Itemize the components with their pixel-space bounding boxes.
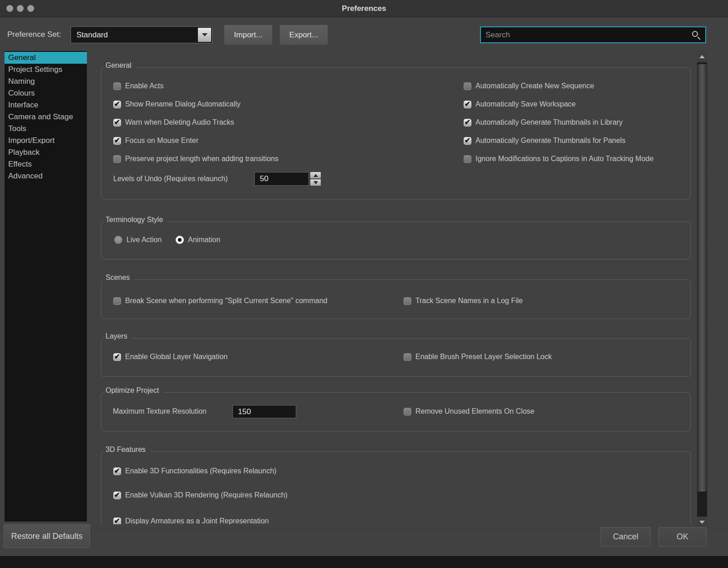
undo-label-row: Levels of Undo (Requires relaunch) <box>113 174 228 183</box>
checkbox-row: Automatically Generate Thumbnails for Pa… <box>464 136 626 145</box>
triangle-up-icon <box>699 55 705 58</box>
checkbox-label: Enable Vulkan 3D Rendering (Requires Rel… <box>125 491 288 499</box>
checkbox-label: Remove Unused Elements On Close <box>415 407 534 416</box>
checkbox[interactable] <box>113 467 121 475</box>
sidebar-item-tools[interactable]: Tools <box>5 123 87 135</box>
checkbox-label: Focus on Mouse Enter <box>125 137 198 145</box>
checkbox-label: Warn when Deleting Audio Tracks <box>125 118 234 127</box>
sidebar-item-naming[interactable]: Naming <box>5 76 87 87</box>
triangle-down-icon <box>313 181 318 184</box>
window-bottom-edge <box>0 556 728 568</box>
group-title: Terminology Style <box>104 215 167 224</box>
checkbox[interactable] <box>113 119 121 127</box>
checkbox[interactable] <box>404 408 411 416</box>
checkbox-row: Automatically Create New Sequence <box>464 81 594 91</box>
checkbox[interactable] <box>464 119 471 127</box>
sidebar-item-advanced[interactable]: Advanced <box>5 170 87 182</box>
undo-levels-spinner <box>254 172 321 186</box>
checkbox[interactable] <box>113 297 121 305</box>
checkbox[interactable] <box>464 155 471 163</box>
checkbox-label: Track Scene Names in a Log File <box>415 297 523 305</box>
sidebar-item-interface[interactable]: Interface <box>5 99 87 111</box>
titlebar: Preferences <box>0 0 728 17</box>
checkbox[interactable] <box>464 101 471 108</box>
checkbox-row: Enable Global Layer Navigation <box>113 352 228 361</box>
checkbox-row: Preserve project length when adding tran… <box>113 154 278 163</box>
checkbox-row: Automatically Save Workspace <box>464 100 576 109</box>
spinner-down-button[interactable] <box>310 179 321 186</box>
checkbox-label: Automatically Generate Thumbnails for Pa… <box>475 137 626 145</box>
radio-label: Live Action <box>126 236 162 244</box>
dropdown-button[interactable] <box>198 28 211 42</box>
checkbox[interactable] <box>113 492 121 499</box>
checkbox[interactable] <box>113 353 121 361</box>
export-button[interactable]: Export... <box>279 25 328 45</box>
vertical-scrollbar[interactable] <box>697 51 707 528</box>
checkbox-label: Display Armatures as a Joint Representat… <box>125 517 269 524</box>
sidebar-item-playback[interactable]: Playback <box>5 147 87 158</box>
ok-button[interactable]: OK <box>658 527 707 547</box>
texture-resolution-input[interactable] <box>233 405 296 418</box>
checkbox[interactable] <box>404 353 411 361</box>
sidebar-item-effects[interactable]: Effects <box>5 158 87 170</box>
checkbox[interactable] <box>113 101 121 108</box>
group-optimize-project: Optimize Project Maximum Texture Resolut… <box>101 392 691 431</box>
radio-row: Animation <box>176 235 220 244</box>
checkbox-label: Enable Acts <box>125 82 164 90</box>
search-input[interactable] <box>481 27 705 42</box>
checkbox-row: Enable Acts <box>113 81 164 91</box>
checkbox-row: Enable Brush Preset Layer Selection Lock <box>404 352 552 361</box>
sidebar-item-general[interactable]: General <box>5 52 87 64</box>
checkbox[interactable] <box>464 82 471 90</box>
triangle-up-icon <box>313 174 318 177</box>
spinner-up-button[interactable] <box>310 172 321 178</box>
sidebar-item-import-export[interactable]: Import/Export <box>5 135 87 147</box>
checkbox-label: Show Rename Dialog Automatically <box>125 100 240 108</box>
restore-defaults-button[interactable]: Restore all Defaults <box>4 524 90 548</box>
radio-animation[interactable] <box>176 236 184 244</box>
preference-set-dropdown[interactable]: Standard <box>71 26 212 43</box>
group-title: Scenes <box>104 273 134 282</box>
radio-live-action[interactable] <box>114 236 122 244</box>
chevron-down-icon <box>202 33 207 36</box>
group-title: 3D Features <box>104 445 150 454</box>
checkbox-label: Automatically Create New Sequence <box>475 82 594 90</box>
checkbox-row: Show Rename Dialog Automatically <box>113 100 240 109</box>
scrollbar-thumb[interactable] <box>698 64 707 492</box>
checkbox-row: Automatically Generate Thumbnails in Lib… <box>464 118 622 127</box>
scroll-down-button[interactable] <box>697 517 707 528</box>
group-layers: Layers Enable Global Layer Navigation En… <box>101 338 691 377</box>
scroll-up-button[interactable] <box>697 51 707 62</box>
sidebar-item-camera-and-stage[interactable]: Camera and Stage <box>5 111 87 123</box>
checkbox[interactable] <box>113 82 121 90</box>
group-title: Layers <box>104 332 132 340</box>
group-scenes: Scenes Break Scene when performing "Spli… <box>101 279 691 319</box>
checkbox[interactable] <box>113 137 121 145</box>
checkbox-row: Break Scene when performing "Split Curre… <box>113 296 327 305</box>
settings-panel: General Enable Acts Show Rename Dialog A… <box>91 51 697 524</box>
search-box <box>480 26 706 43</box>
sidebar-item-project-settings[interactable]: Project Settings <box>5 64 87 76</box>
preferences-window: Preferences Preference Set: Standard Imp… <box>0 0 728 568</box>
checkbox[interactable] <box>464 137 471 145</box>
import-button[interactable]: Import... <box>224 25 273 45</box>
checkbox-label: Automatically Save Workspace <box>475 100 576 108</box>
undo-levels-input[interactable] <box>254 172 309 186</box>
checkbox-row: Remove Unused Elements On Close <box>404 407 534 416</box>
checkbox-label: Enable Brush Preset Layer Selection Lock <box>415 353 552 361</box>
texture-label-row: Maximum Texture Resolution <box>113 407 207 416</box>
checkbox-row: Enable 3D Functionalities (Requires Rela… <box>113 467 277 476</box>
group-general: General Enable Acts Show Rename Dialog A… <box>101 67 691 199</box>
group-title: Optimize Project <box>104 386 163 395</box>
sidebar-item-colours[interactable]: Colours <box>5 87 87 99</box>
window-title: Preferences <box>0 0 728 17</box>
checkbox[interactable] <box>113 517 121 525</box>
checkbox-label: Enable 3D Functionalities (Requires Rela… <box>125 467 277 475</box>
checkbox-label: Enable Global Layer Navigation <box>125 353 228 361</box>
checkbox[interactable] <box>404 297 411 305</box>
cancel-button[interactable]: Cancel <box>601 527 651 547</box>
checkbox-row: Enable Vulkan 3D Rendering (Requires Rel… <box>113 491 288 500</box>
checkbox-row: Ignore Modifications to Captions in Auto… <box>464 154 653 163</box>
category-sidebar: General Project Settings Naming Colours … <box>5 51 87 522</box>
checkbox[interactable] <box>113 155 121 163</box>
